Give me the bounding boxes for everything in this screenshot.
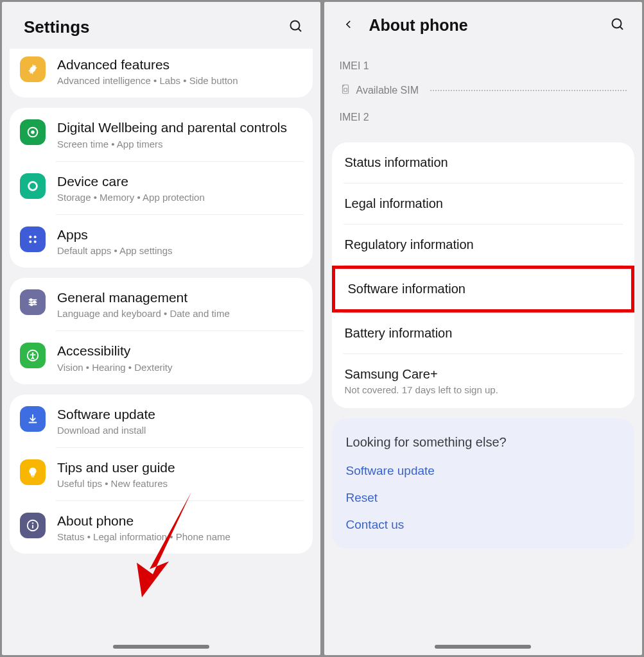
settings-item-subtitle: Screen time • App timers [57, 139, 302, 149]
settings-item-title: Apps [57, 226, 302, 243]
sim-card-icon [340, 83, 351, 98]
settings-item-general-management[interactable]: General management Language and keyboard… [10, 278, 313, 330]
ring-icon [20, 173, 46, 199]
grid-dots-icon [20, 226, 46, 252]
svg-point-17 [32, 353, 34, 355]
info-card: Status information Legal information Reg… [332, 142, 635, 408]
dotted-divider [430, 90, 627, 91]
settings-item-subtitle: Download and install [57, 425, 302, 436]
settings-item-digital-wellbeing[interactable]: Digital Wellbeing and parental controls … [10, 108, 313, 160]
settings-item-subtitle: Useful tips • New features [57, 478, 302, 489]
svg-point-5 [29, 182, 37, 190]
settings-group: Advanced features Advanced intelligence … [10, 49, 313, 98]
settings-item-software-update[interactable]: Software update Download and install [10, 395, 313, 447]
chevron-left-icon [343, 19, 354, 33]
settings-item-title: Digital Wellbeing and parental controls [57, 119, 302, 136]
about-phone-pane: About phone IMEI 1 Available SIM IMEI 2 … [324, 2, 643, 655]
svg-point-15 [31, 303, 33, 305]
svg-line-1 [298, 28, 301, 31]
settings-item-subtitle: Advanced intelligence • Labs • Side butt… [57, 75, 302, 86]
settings-title: Settings [24, 17, 90, 37]
info-row-title: Status information [345, 155, 448, 169]
info-row-title: Regulatory information [345, 237, 474, 252]
info-row-subtitle: Not covered. 17 days left to sign up. [345, 384, 622, 395]
back-button[interactable] [340, 17, 358, 35]
svg-rect-21 [32, 525, 33, 529]
svg-line-23 [620, 26, 623, 30]
svg-point-9 [34, 240, 37, 243]
settings-item-subtitle: Default apps • App settings [57, 245, 302, 256]
svg-rect-25 [344, 89, 347, 92]
row-status-information[interactable]: Status information [332, 142, 635, 183]
search-button[interactable] [287, 19, 305, 37]
row-battery-information[interactable]: Battery information [332, 313, 635, 354]
info-icon [20, 513, 46, 538]
target-icon [20, 119, 46, 145]
search-button[interactable] [609, 17, 627, 35]
settings-item-device-care[interactable]: Device care Storage • Memory • App prote… [10, 162, 313, 214]
settings-item-subtitle: Language and keyboard • Date and time [57, 308, 302, 319]
svg-point-8 [29, 240, 31, 243]
settings-item-title: Tips and user guide [57, 459, 302, 476]
home-indicator[interactable] [113, 645, 209, 649]
row-software-information[interactable]: Software information [332, 266, 635, 312]
settings-item-about-phone[interactable]: About phone Status • Legal information •… [10, 501, 313, 554]
about-phone-title: About phone [369, 16, 598, 35]
settings-item-advanced-features[interactable]: Advanced features Advanced intelligence … [10, 49, 313, 98]
search-icon [288, 19, 304, 37]
suggestion-link-contact-us[interactable]: Contact us [346, 518, 621, 532]
imei1-label: IMEI 1 [340, 60, 627, 72]
settings-item-tips[interactable]: Tips and user guide Useful tips • New fe… [10, 448, 313, 500]
settings-group: Software update Download and install Tip… [10, 395, 313, 554]
svg-point-6 [29, 235, 31, 238]
settings-item-title: Advanced features [57, 56, 302, 73]
imei2-label: IMEI 2 [340, 112, 627, 123]
info-row-title: Samsung Care+ [345, 367, 622, 382]
gear-badge-icon [20, 56, 46, 82]
settings-item-title: About phone [57, 513, 302, 529]
sliders-icon [20, 289, 46, 315]
suggestions-title: Looking for something else? [346, 435, 621, 450]
available-sim-row[interactable]: Available SIM [340, 83, 627, 98]
info-row-title: Battery information [345, 326, 453, 340]
settings-pane: Settings Advanced features Advanced inte… [2, 2, 320, 655]
info-row-title: Legal information [345, 196, 443, 210]
suggestion-link-reset[interactable]: Reset [346, 491, 621, 505]
settings-group: Digital Wellbeing and parental controls … [10, 108, 313, 268]
settings-item-title: General management [57, 289, 302, 306]
row-samsung-care[interactable]: Samsung Care+ Not covered. 17 days left … [332, 354, 635, 408]
svg-point-14 [33, 302, 35, 303]
suggestions-card: Looking for something else? Software upd… [332, 418, 635, 549]
row-legal-information[interactable]: Legal information [332, 183, 635, 224]
bulb-icon [20, 459, 46, 485]
settings-header: Settings [2, 2, 320, 49]
available-sim-label: Available SIM [356, 85, 419, 96]
settings-item-accessibility[interactable]: Accessibility Vision • Hearing • Dexteri… [10, 331, 313, 384]
svg-point-20 [32, 522, 33, 524]
svg-point-13 [30, 299, 32, 301]
svg-point-7 [34, 235, 37, 238]
svg-point-4 [31, 131, 35, 135]
settings-item-title: Accessibility [57, 343, 302, 359]
settings-item-title: Device care [57, 173, 302, 190]
person-circle-icon [20, 343, 46, 368]
info-row-title: Software information [348, 282, 466, 296]
settings-item-title: Software update [57, 406, 302, 423]
suggestion-link-software-update[interactable]: Software update [346, 464, 621, 478]
settings-item-subtitle: Storage • Memory • App protection [57, 192, 302, 203]
home-indicator[interactable] [435, 645, 531, 649]
search-icon [610, 17, 625, 35]
row-regulatory-information[interactable]: Regulatory information [332, 225, 635, 265]
about-phone-header: About phone [324, 2, 643, 46]
download-icon [20, 406, 46, 432]
svg-point-0 [290, 21, 299, 30]
settings-group: General management Language and keyboard… [10, 278, 313, 384]
settings-scroll-area[interactable]: Advanced features Advanced intelligence … [2, 49, 320, 655]
settings-item-subtitle: Status • Legal information • Phone name [57, 531, 302, 542]
svg-rect-18 [31, 476, 35, 477]
settings-item-subtitle: Vision • Hearing • Dexterity [57, 362, 302, 373]
settings-item-apps[interactable]: Apps Default apps • App settings [10, 215, 313, 268]
imei-section: IMEI 1 Available SIM IMEI 2 [324, 46, 643, 142]
svg-point-22 [613, 19, 622, 28]
